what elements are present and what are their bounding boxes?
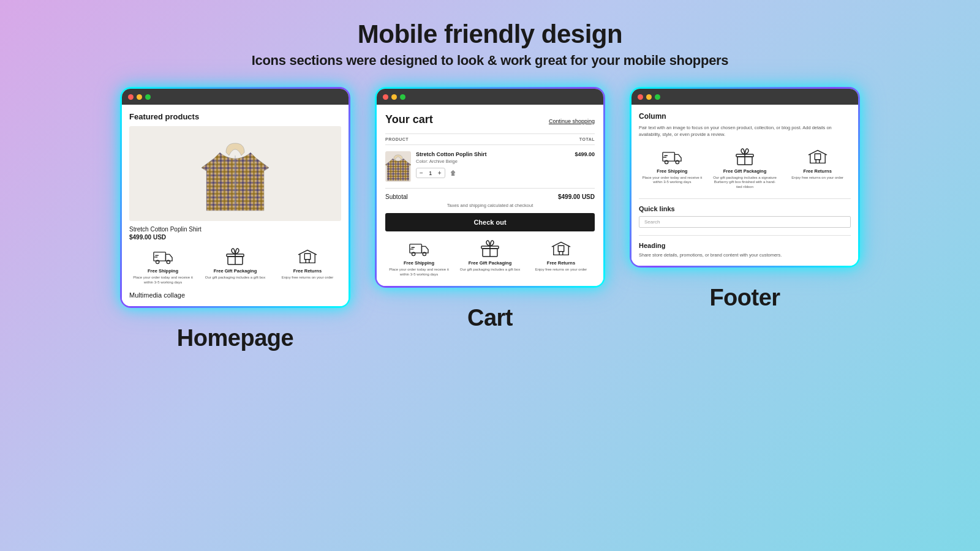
featured-products-title: Featured products — [129, 112, 341, 121]
homepage-neon-border: Featured products — [120, 87, 350, 308]
cart-subtotal: Subtotal $499.00 USD — [385, 188, 595, 200]
tax-note: Taxes and shipping calculated at checkou… — [385, 203, 595, 208]
decrease-qty-btn[interactable]: − — [420, 170, 423, 176]
cart-label: Cart — [467, 305, 513, 331]
checkout-button[interactable]: Check out — [385, 213, 595, 231]
multimedia-label: Multimedia collage — [129, 291, 341, 299]
gift-title-cart: Free Gift Packaging — [469, 260, 511, 266]
shipping-icon-footer — [662, 147, 682, 167]
icon-returns-home: Free Returns Enjoy free returns on your … — [274, 247, 341, 285]
shipping-desc-cart: Place your order today and receive it wi… — [385, 268, 453, 277]
footer-divider-1 — [639, 198, 851, 199]
footer-divider-2 — [639, 235, 851, 236]
quantity-value: 1 — [427, 170, 434, 176]
cart-content: Your cart Continue shopping PRODUCT TOTA… — [377, 105, 603, 286]
col-total: TOTAL — [579, 137, 595, 141]
cart-item-price: $499.00 — [575, 151, 595, 157]
returns-desc-cart: Enjoy free returns on your order — [535, 268, 587, 272]
dot-green-cart — [400, 94, 405, 100]
footer-heading-title: Heading — [639, 242, 851, 249]
gift-title-footer: Free Gift Packaging — [723, 168, 766, 174]
footer-content: Column Pair text with an image to focus … — [631, 105, 858, 266]
dot-green — [145, 94, 151, 100]
footer-browser-bar — [631, 89, 858, 105]
cart-browser-bar — [377, 89, 603, 105]
footer-icons-row: Free Shipping Place your order today and… — [639, 147, 851, 190]
continue-shopping-link[interactable]: Continue shopping — [549, 118, 595, 124]
dot-green-footer — [655, 94, 660, 100]
homepage-label: Homepage — [177, 325, 293, 351]
cart-item-name: Stretch Cotton Poplin Shirt — [416, 151, 570, 157]
footer-label: Footer — [709, 285, 780, 311]
gift-icon-footer — [735, 147, 755, 167]
cart-item-image — [385, 151, 411, 182]
returns-icon-cart — [551, 239, 571, 258]
delete-item-icon[interactable]: 🗑 — [450, 170, 456, 176]
returns-title-cart: Free Returns — [547, 260, 575, 266]
shipping-icon-cart — [409, 239, 429, 258]
footer-column-title: Column — [639, 112, 851, 121]
returns-title-home: Free Returns — [293, 268, 322, 274]
svg-rect-24 — [410, 244, 422, 253]
cart-icons-row: Free Shipping Place your order today and… — [385, 239, 595, 277]
footer-column-desc: Pair text with an image to focus on your… — [639, 124, 851, 138]
cart-header: Your cart Continue shopping — [385, 113, 595, 126]
gift-title-home: Free Gift Packaging — [214, 268, 257, 274]
dot-yellow — [137, 94, 142, 100]
dot-red — [128, 94, 134, 100]
shipping-desc-home: Place your order today and receive it wi… — [129, 276, 197, 285]
cart-screen-wrapper: Your cart Continue shopping PRODUCT TOTA… — [375, 87, 605, 331]
homepage-icons-row: Free Shipping Place your order today and… — [129, 247, 341, 285]
product-name: Stretch Cotton Poplin Shirt — [129, 226, 341, 233]
increase-qty-btn[interactable]: + — [438, 170, 442, 176]
icon-shipping-home: Free Shipping Place your order today and… — [129, 247, 197, 285]
subtotal-label: Subtotal — [385, 193, 408, 200]
footer-search[interactable]: Search — [639, 216, 851, 228]
icon-returns-cart: Free Returns Enjoy free returns on your … — [527, 239, 595, 277]
main-title: Mobile friendly design — [252, 20, 729, 49]
footer-browser-window: Column Pair text with an image to focus … — [631, 89, 858, 266]
icon-gift-home: Free Gift Packaging Our gift packaging i… — [202, 247, 269, 285]
product-image — [129, 126, 341, 221]
footer-heading-desc: Share store details, promotions, or bran… — [639, 252, 851, 258]
shirt-illustration — [202, 134, 269, 214]
svg-point-8 — [235, 182, 236, 184]
returns-desc-footer: Enjoy free returns on your order — [791, 176, 843, 181]
dot-yellow-footer — [646, 94, 652, 100]
dot-yellow-cart — [391, 94, 397, 100]
icon-shipping-footer: Free Shipping Place your order today and… — [639, 147, 706, 190]
homepage-screen-wrapper: Featured products — [120, 87, 350, 351]
gift-desc-home: Our gift packaging includes a gift box — [205, 276, 265, 280]
icon-returns-footer: Free Returns Enjoy free returns on your … — [784, 147, 851, 190]
shipping-desc-footer: Place your order today and receive it wi… — [639, 176, 706, 186]
gift-desc-footer: Our gift packaging includes a signature … — [712, 176, 778, 190]
subtotal-amount: $499.00 USD — [558, 193, 595, 200]
quick-links-title: Quick links — [639, 205, 851, 212]
screens-container: Featured products — [96, 81, 884, 551]
returns-icon — [298, 247, 317, 266]
svg-rect-11 — [154, 252, 166, 261]
cart-item: Stretch Cotton Poplin Shirt Color: Archi… — [385, 151, 595, 182]
icon-shipping-cart: Free Shipping Place your order today and… — [385, 239, 453, 277]
svg-point-6 — [235, 163, 236, 165]
returns-icon-footer — [808, 147, 827, 167]
dot-red-cart — [383, 94, 388, 100]
dot-red-footer — [638, 94, 643, 100]
shipping-title-footer: Free Shipping — [657, 168, 687, 174]
cart-item-details: Stretch Cotton Poplin Shirt Color: Archi… — [416, 151, 570, 178]
col-product: PRODUCT — [385, 137, 409, 141]
cart-item-color: Color: Archive Beige — [416, 159, 570, 164]
svg-rect-32 — [663, 152, 675, 160]
cart-table-header: PRODUCT TOTAL — [385, 133, 595, 145]
icon-gift-cart: Free Gift Packaging Our gift packaging i… — [456, 239, 524, 277]
product-price: $499.00 USD — [129, 234, 341, 241]
returns-desc-home: Enjoy free returns on your order — [282, 276, 334, 280]
returns-title-footer: Free Returns — [804, 168, 832, 174]
gift-icon — [225, 247, 245, 266]
svg-point-10 — [235, 200, 236, 202]
cart-title: Your cart — [385, 113, 433, 126]
footer-screen-wrapper: Column Pair text with an image to focus … — [630, 87, 860, 311]
svg-point-9 — [235, 191, 236, 193]
gift-desc-cart: Our gift packaging includes a gift box — [460, 268, 520, 272]
cart-neon-border: Your cart Continue shopping PRODUCT TOTA… — [375, 87, 605, 288]
